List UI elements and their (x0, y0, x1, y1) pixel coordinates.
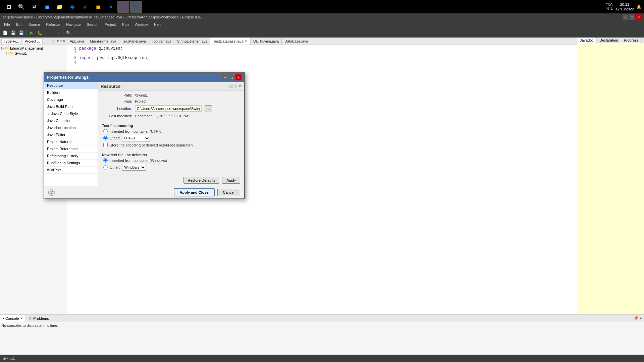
nav-arrow-icon: ▷ (47, 112, 50, 116)
restore-defaults-button[interactable]: Restore Defaults (183, 177, 220, 184)
path-row: Path: /Swing1 (102, 93, 240, 97)
apply-and-close-button[interactable]: Apply and Close (174, 188, 215, 196)
location-label: Location: (102, 107, 132, 111)
folder-icon[interactable]: ◼ (92, 1, 104, 13)
delimiter-select[interactable]: Windows Unix Mac (122, 164, 146, 171)
type-row: Type: Project (102, 99, 240, 103)
eclipse-icon[interactable]: E (117, 1, 129, 13)
nav-run-debug-label: Run/Debug Settings (47, 161, 80, 165)
dialog-overlay: Properties for Swing1 ─ □ ✕ Resource Bui… (0, 20, 644, 362)
nav-java-compiler[interactable]: Java Compiler (44, 117, 98, 124)
nav-resource-label: Resource (47, 83, 63, 87)
nav-coverage-label: Coverage (47, 98, 63, 102)
word-icon[interactable]: W (130, 1, 142, 13)
nav-javadoc-location[interactable]: Javadoc Location (44, 124, 98, 131)
nav-coverage[interactable]: Coverage (44, 96, 98, 103)
window-title: eclipse-workspace - LibraryManagement/sr… (3, 15, 623, 19)
clock: 20:11 12/13/2022 (615, 2, 634, 12)
dialog-controls: ─ □ ✕ (222, 74, 241, 80)
nav-project-natures-label: Project Natures (47, 140, 72, 144)
section-title: Resource (101, 84, 120, 89)
delimiter-inherited-row: Inherited from container (Windows) (102, 158, 240, 163)
nav-project-references[interactable]: Project References (44, 145, 98, 153)
prev-page-icon[interactable]: ◁ (229, 83, 232, 89)
encoding-inherited-row: Inherited from container (UTF-8) (102, 129, 240, 133)
nav-builders-label: Builders (47, 90, 60, 95)
taskbar-right: ENGINTL 20:11 12/13/2022 🔔 (603, 2, 644, 12)
nav-java-editor[interactable]: Java Editor (44, 131, 98, 138)
search-taskbar-icon[interactable]: 🔍 (15, 1, 28, 13)
encoding-inherited-radio[interactable] (103, 129, 108, 133)
dialog-content: Resource ◁ ▷ ≡ Path: /Swing1 Typ (98, 82, 244, 186)
browser-icon[interactable]: ● (105, 1, 117, 13)
line-delimiter-section: New text file line delimiter Inherited f… (102, 153, 240, 171)
help-button[interactable]: ? (48, 189, 55, 196)
dell-icon[interactable]: ◉ (66, 1, 78, 13)
dialog-fields: Path: /Swing1 Type: Project Location: … (98, 90, 244, 175)
nav-project-natures[interactable]: Project Natures (44, 138, 98, 145)
nav-refactoring-history[interactable]: Refactoring History (44, 153, 98, 160)
line-delimiter-title: New text file line delimiter (102, 153, 240, 157)
close-window-button[interactable]: ✕ (636, 14, 641, 20)
delimiter-inherited-label: Inherited from container (Windows) (110, 159, 167, 163)
apply-button[interactable]: Apply (222, 177, 240, 184)
nav-resource[interactable]: Resource (44, 82, 98, 89)
path-label: Path: (102, 93, 132, 97)
store-encoding-checkbox[interactable] (103, 143, 108, 147)
store-encoding-label: Store the encoding of derived resources … (110, 143, 193, 147)
location-input[interactable] (135, 105, 202, 112)
dialog-close-button[interactable]: ✕ (235, 74, 241, 80)
dialog-title-bar: Properties for Swing1 ─ □ ✕ (44, 73, 244, 82)
nav-java-code-style[interactable]: ▷ Java Code Style (44, 110, 98, 117)
file-explorer-icon[interactable]: 📁 (54, 1, 66, 13)
path-value: /Swing1 (135, 93, 148, 97)
dialog-body: Resource Builders Coverage Java Build Pa… (44, 82, 244, 186)
nav-java-build-path[interactable]: Java Build Path (44, 103, 98, 110)
next-page-icon[interactable]: ▷ (234, 83, 237, 89)
minimize-button[interactable]: ─ (623, 14, 628, 20)
dialog-bottom-actions: ? Apply and Close Cancel (44, 186, 244, 198)
properties-dialog: Properties for Swing1 ─ □ ✕ Resource Bui… (44, 72, 245, 199)
cancel-button[interactable]: Cancel (217, 189, 240, 196)
nav-java-code-style-label: Java Code Style (51, 112, 78, 116)
encoding-section: Text file encoding Inherited from contai… (102, 124, 240, 147)
delimiter-inherited-radio[interactable] (103, 158, 108, 163)
type-label: Type: (102, 99, 132, 103)
maximize-button[interactable]: □ (629, 14, 635, 20)
vs-icon[interactable]: ◈ (79, 1, 91, 13)
start-button[interactable]: ⊞ (3, 1, 15, 13)
nav-builders[interactable]: Builders (44, 89, 98, 96)
location-browse-button[interactable]: … (205, 105, 212, 112)
nav-javadoc-location-label: Javadoc Location (47, 126, 76, 130)
task-view-icon[interactable]: ⧉ (28, 1, 40, 13)
last-modified-row: Last modified: December 11, 2022, 5:53:0… (102, 114, 240, 118)
title-bar: eclipse-workspace - LibraryManagement/sr… (0, 13, 644, 21)
encoding-other-radio[interactable] (103, 136, 108, 140)
delimiter-other-radio[interactable] (103, 165, 108, 170)
encoding-inherited-label: Inherited from container (UTF-8) (110, 129, 163, 133)
type-value: Project (135, 99, 146, 103)
encoding-section-title: Text file encoding (102, 124, 240, 128)
dialog-section-header: Resource ◁ ▷ ≡ (98, 82, 244, 90)
lang-indicator: ENGINTL (605, 3, 613, 10)
dialog-nav: Resource Builders Coverage Java Build Pa… (44, 82, 98, 186)
delimiter-other-row: Other: Windows Unix Mac (102, 164, 240, 171)
dialog-minimize-button[interactable]: ─ (222, 74, 228, 80)
dialog-footer: Restore Defaults Apply (98, 175, 244, 186)
location-row: Location: … (102, 105, 240, 112)
nav-refactoring-history-label: Refactoring History (47, 154, 78, 158)
delimiter-other-label: Other: (110, 165, 120, 169)
section-menu-icon[interactable]: ≡ (239, 83, 241, 89)
nav-run-debug-settings[interactable]: Run/Debug Settings (44, 160, 98, 167)
encoding-select[interactable]: UTF-8 UTF-16 ISO-8859-1 (122, 135, 150, 141)
encoding-other-label: Other: (110, 136, 120, 140)
section-icons: ◁ ▷ ≡ (229, 83, 241, 89)
notification-icon[interactable]: 🔔 (637, 5, 641, 9)
edge-browser-icon[interactable]: ◼ (41, 1, 53, 13)
taskbar: ⊞ 🔍 ⧉ ◼ 📁 ◉ ◈ ◼ ● E W ENGINTL 20:11 12/1… (0, 0, 644, 13)
dialog-maximize-button[interactable]: □ (229, 74, 235, 80)
encoding-checkbox-row: Store the encoding of derived resources … (102, 143, 240, 147)
nav-wikitext[interactable]: WikiText (44, 167, 98, 174)
divider-2 (102, 150, 240, 150)
nav-project-references-label: Project References (47, 147, 78, 151)
